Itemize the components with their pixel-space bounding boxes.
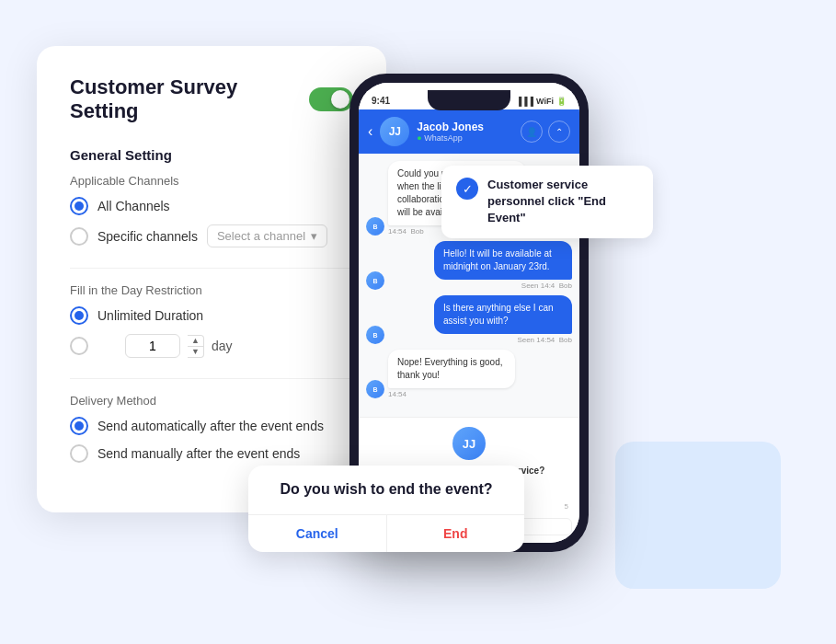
day-option-custom[interactable]: ▲ ▼ day: [70, 334, 353, 358]
channel-option-all[interactable]: All Channels: [70, 197, 353, 215]
survey-user-row: JJ: [366, 427, 572, 460]
header-action-icons: 👤 ⌃: [521, 121, 570, 143]
day-restriction-label: Fill in the Day Restriction: [70, 283, 353, 297]
delivery-auto[interactable]: Send automatically after the event ends: [70, 417, 353, 435]
applicable-channels-group: All Channels Specific channels Select a …: [70, 197, 353, 247]
msg-meta-2: Seen 14:4 Bob: [521, 282, 572, 290]
end-event-title: Do you wish to end the event?: [267, 480, 506, 500]
chevron-down-icon: ▾: [311, 229, 317, 243]
stepper-down[interactable]: ▼: [188, 347, 203, 357]
chat-header: ‹ JJ Jacob Jones ● WhatsApp 👤 ⌃: [359, 109, 579, 154]
day-option-unlimited[interactable]: Unlimited Duration: [70, 306, 353, 325]
contact-platform: ● WhatsApp: [417, 133, 513, 143]
applicable-channels-label: Applicable Channels: [70, 174, 353, 188]
channel-select-placeholder: Select a channel: [217, 229, 305, 243]
status-icons: ▐▐▐ WiFi 🔋: [516, 97, 567, 106]
message-row-2: Hello! It will be available at midnight …: [366, 241, 572, 290]
contact-name: Jacob Jones: [417, 121, 513, 133]
day-stepper[interactable]: ▲ ▼: [188, 335, 204, 358]
channel-all-label: All Channels: [97, 199, 170, 213]
delivery-method-label: Delivery Method: [70, 394, 353, 408]
day-unit-label: day: [212, 339, 233, 353]
radio-all-channels[interactable]: [70, 197, 88, 215]
auto-delivery-label: Send automatically after the event ends: [97, 419, 324, 433]
tooltip-text: Customer service personnel click "End Ev…: [487, 177, 638, 227]
radio-unlimited[interactable]: [70, 306, 88, 325]
msg-time-1: 14:54: [388, 227, 407, 236]
radio-custom-day[interactable]: [70, 337, 88, 355]
radio-auto-delivery[interactable]: [70, 417, 88, 435]
divider-2: [70, 378, 353, 379]
star-label-5: 5: [565, 502, 568, 511]
back-button[interactable]: ‹: [368, 123, 372, 140]
delivery-method-group: Send automatically after the event ends …: [70, 417, 353, 463]
contact-avatar: JJ: [380, 117, 409, 146]
end-event-actions: Cancel End: [248, 514, 524, 552]
radio-manual-delivery[interactable]: [70, 444, 88, 463]
day-input-container: ▲ ▼ day: [125, 334, 233, 358]
msg-avatar-3: B: [366, 326, 384, 344]
battery-icon: 🔋: [556, 97, 567, 106]
msg-sender-2: Bob: [559, 282, 572, 290]
end-event-top: Do you wish to end the event?: [248, 466, 524, 514]
manual-delivery-label: Send manually after the event ends: [97, 446, 300, 461]
divider-1: [70, 268, 353, 269]
tooltip-badge: ✓ Customer service personnel click "End …: [441, 166, 653, 238]
msg-meta-4: 14:54: [388, 390, 556, 398]
msg-avatar-1: B: [366, 217, 384, 236]
message-bubble-4: Nope! Everything is good, thank you!: [388, 350, 515, 388]
msg-meta-1: 14:54 Bob: [388, 227, 424, 236]
message-bubble-3: Is there anything else I can assist you …: [434, 295, 572, 334]
channel-specific-label: Specific channels: [97, 229, 198, 244]
message-bubble-2: Hello! It will be available at midnight …: [434, 241, 572, 280]
settings-panel: Customer Survey Setting General Setting …: [37, 46, 386, 512]
msg-sender-1: Bob: [410, 227, 423, 236]
survey-avatar: JJ: [452, 427, 486, 460]
unlimited-label: Unlimited Duration: [97, 308, 203, 323]
cancel-end-button[interactable]: Cancel: [248, 515, 386, 552]
wifi-icon: WiFi: [536, 97, 554, 106]
blue-accent-decoration: [615, 442, 781, 589]
panel-header: Customer Survey Setting: [70, 75, 353, 123]
message-row-4: B Nope! Everything is good, thank you! 1…: [366, 350, 572, 398]
day-restriction-group: Unlimited Duration ▲ ▼ day: [70, 306, 353, 358]
confirm-end-button[interactable]: End: [387, 515, 525, 552]
profile-icon-button[interactable]: 👤: [521, 121, 543, 143]
tooltip-check-icon: ✓: [456, 178, 478, 200]
msg-seen-3: Seen 14:54: [517, 336, 555, 344]
channel-option-specific[interactable]: Specific channels Select a channel ▾: [70, 224, 353, 247]
whatsapp-icon: ●: [417, 133, 421, 143]
more-icon-button[interactable]: ⌃: [548, 121, 570, 143]
signal-icon: ▐▐▐: [516, 97, 533, 106]
msg-seen-2: Seen 14:4: [521, 282, 555, 290]
phone-time: 9:41: [372, 96, 390, 106]
msg-meta-3: Seen 14:54 Bob: [517, 336, 572, 344]
msg-sender-3: Bob: [559, 336, 572, 344]
msg-avatar-4: B: [366, 380, 384, 398]
chat-info: Jacob Jones ● WhatsApp: [417, 121, 513, 143]
stepper-up[interactable]: ▲: [188, 336, 203, 347]
radio-specific-channels[interactable]: [70, 227, 88, 246]
panel-title-text: Customer Survey Setting: [70, 75, 296, 123]
survey-toggle[interactable]: [309, 87, 353, 111]
message-row-3: Is there anything else I can assist you …: [366, 295, 572, 344]
end-event-dialog: Do you wish to end the event? Cancel End: [248, 466, 524, 552]
phone-notch: [428, 90, 510, 110]
channel-select-dropdown[interactable]: Select a channel ▾: [207, 224, 327, 247]
delivery-manual[interactable]: Send manually after the event ends: [70, 444, 353, 463]
msg-avatar-2: B: [366, 271, 384, 290]
general-section-title: General Setting: [70, 147, 353, 163]
day-input-field[interactable]: [125, 334, 180, 358]
